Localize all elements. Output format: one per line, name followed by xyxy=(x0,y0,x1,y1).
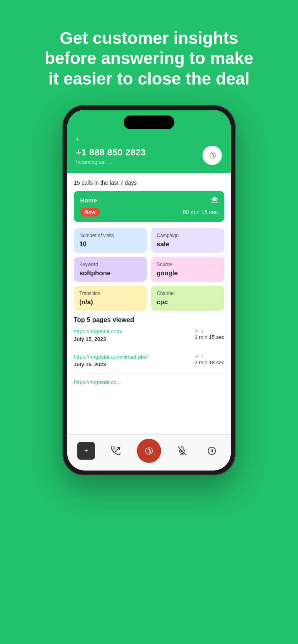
keyword-label: Keyword xyxy=(79,262,141,267)
caller-number: +1 888 850 2823 xyxy=(76,147,222,158)
info-grid: Number of visits 10 Campaign sale Keywor… xyxy=(74,228,224,311)
current-page-card: Home 👁 Now 00 min 15 sec xyxy=(74,191,224,222)
svg-point-4 xyxy=(208,447,215,454)
page-date-2: July 15. 2023 xyxy=(74,361,148,367)
phone-screen: ‹ +1 888 850 2823 Incoming call ... ✆ 15… xyxy=(67,110,231,471)
page-time-1: 1 min 15 sec xyxy=(195,334,224,340)
visits-label: Number of visits xyxy=(79,233,141,238)
info-card-channel: Channel cpc xyxy=(151,286,224,311)
call-status: Incoming call ... xyxy=(76,159,222,165)
pause-button[interactable] xyxy=(203,442,221,460)
eye-icon-2: 👁 xyxy=(195,354,199,359)
page-url-1[interactable]: https://ringostat.com/ xyxy=(74,328,122,334)
transition-value: (n/a) xyxy=(79,299,141,306)
content-area: 15 calls in the last 7 days Home 👁 Now 0… xyxy=(67,173,231,469)
bottom-bar: + ✆ xyxy=(67,434,231,471)
keyword-value: softphone xyxy=(79,270,141,277)
phone-icon: ✆ xyxy=(207,150,218,161)
hangup-icon: ✆ xyxy=(142,444,156,458)
channel-label: Channel xyxy=(157,291,219,296)
info-card-transition: Transition (n/a) xyxy=(74,286,147,311)
now-badge: Now xyxy=(80,208,100,217)
current-page-url: Home xyxy=(80,197,97,204)
calls-summary: 15 calls in the last 7 days xyxy=(74,180,224,186)
end-call-center-button[interactable]: ✆ xyxy=(137,439,161,463)
campaign-label: Campaign xyxy=(157,233,219,238)
visits-value: 10 xyxy=(79,241,141,248)
page-url-2[interactable]: https://ringostat.com/virtual-pbx/ xyxy=(74,354,148,360)
headline: Get customer insights before answering t… xyxy=(0,0,298,101)
campaign-value: sale xyxy=(157,241,219,248)
phone-frame: ‹ +1 888 850 2823 Incoming call ... ✆ 15… xyxy=(62,105,236,475)
source-label: Source xyxy=(157,262,219,267)
eye-icon: 👁 xyxy=(211,196,218,204)
top-pages-title: Top 5 pages viewed xyxy=(74,316,224,324)
svg-line-0 xyxy=(115,447,120,452)
info-card-keyword: Keyword softphone xyxy=(74,257,147,282)
page-views-2: 👁 1 xyxy=(195,354,224,359)
eye-icon-1: 👁 xyxy=(195,328,199,334)
page-date-1: July 15. 2023 xyxy=(74,336,122,342)
transfer-call-button[interactable] xyxy=(107,442,125,460)
end-call-button[interactable]: ✆ xyxy=(203,146,222,165)
page-item-2: https://ringostat.com/virtual-pbx/ July … xyxy=(74,354,224,374)
transition-label: Transition xyxy=(79,291,141,296)
page-time-2: 2 min 18 sec xyxy=(195,359,224,365)
info-card-source: Source google xyxy=(151,257,224,282)
dynamic-island xyxy=(124,116,174,129)
current-duration: 00 min 15 sec xyxy=(183,209,218,215)
source-value: google xyxy=(157,270,219,277)
chat-button[interactable]: + xyxy=(77,442,95,460)
page-views-1: 👁 1 xyxy=(195,328,224,334)
phone-mockup: ‹ +1 888 850 2823 Incoming call ... ✆ 15… xyxy=(0,101,298,475)
channel-value: cpc xyxy=(157,299,219,306)
page-url-3-partial: https://ringostat.co... xyxy=(74,379,224,385)
back-button[interactable]: ‹ xyxy=(76,134,222,143)
mute-button[interactable] xyxy=(173,442,191,460)
info-card-visits: Number of visits 10 xyxy=(74,228,147,253)
info-card-campaign: Campaign sale xyxy=(151,228,224,253)
page-item-1: https://ringostat.com/ July 15. 2023 👁 1… xyxy=(74,328,224,348)
